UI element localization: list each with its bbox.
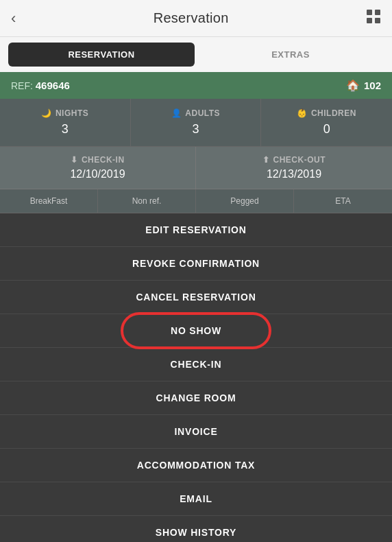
checkin-button[interactable]: CHECK-IN <box>0 348 392 381</box>
extras-row: BreakFast Non ref. Pegged ETA <box>0 189 392 213</box>
children-value: 0 <box>323 122 330 137</box>
invoice-button[interactable]: INVOICE <box>0 415 392 449</box>
pegged-label: Pegged <box>230 196 258 206</box>
checkout-date: 12/13/2019 <box>267 168 321 180</box>
info-grid: 🌙 NIGHTS 3 👤 ADULTS 3 👶 CHILDREN 0 <box>0 99 392 147</box>
children-icon: 👶 <box>297 108 308 118</box>
ref-prefix: REF: <box>11 80 36 91</box>
svg-rect-0 <box>367 10 372 15</box>
change-room-button[interactable]: CHANGE ROOM <box>0 381 392 415</box>
room-icon: 🏠 <box>346 79 360 92</box>
ref-badge: 🏠 102 <box>346 79 381 92</box>
checkin-label: ⬇ CHECK-IN <box>71 155 124 165</box>
back-button[interactable]: ‹ <box>11 10 16 27</box>
nonref-label: Non ref. <box>132 196 162 206</box>
no-show-button[interactable]: NO SHOW <box>0 314 392 348</box>
adults-value: 3 <box>192 122 199 137</box>
breakfast-label: BreakFast <box>30 196 68 206</box>
eta-label: ETA <box>335 196 350 206</box>
revoke-confirmation-button[interactable]: REVOKE CONFIRMATION <box>0 247 392 281</box>
children-label: 👶 CHILDREN <box>297 108 356 118</box>
checkout-label: ⬆ CHECK-OUT <box>262 155 326 165</box>
ref-number: 469646 <box>36 80 70 91</box>
accommodation-tax-button[interactable]: ACCOMMODATION TAX <box>0 449 392 482</box>
checkin-date: 12/10/2019 <box>70 168 125 180</box>
check-row: ⬇ CHECK-IN 12/10/2019 ⬆ CHECK-OUT 12/13/… <box>0 147 392 189</box>
nonref-cell: Non ref. <box>98 189 196 213</box>
moon-icon: 🌙 <box>41 108 52 118</box>
room-number: 102 <box>364 80 381 91</box>
email-button[interactable]: EMAIL <box>0 482 392 516</box>
show-history-button[interactable]: SHOW HISTORY <box>0 516 392 542</box>
svg-rect-2 <box>367 18 372 23</box>
tab-reservation[interactable]: RESERVATION <box>8 43 195 67</box>
ref-info: REF: 469646 <box>11 80 70 92</box>
nights-cell: 🌙 NIGHTS 3 <box>0 99 131 146</box>
svg-rect-1 <box>375 10 380 15</box>
checkout-icon: ⬆ <box>262 155 270 165</box>
header: ‹ Reservation <box>0 0 392 37</box>
ref-bar: REF: 469646 🏠 102 <box>0 72 392 99</box>
nights-value: 3 <box>62 122 69 137</box>
grid-icon[interactable] <box>366 9 381 27</box>
adults-icon: 👤 <box>171 108 182 118</box>
app-container: ‹ Reservation RESERVATION EXTRAS REF: 46… <box>0 0 392 542</box>
checkout-cell: ⬆ CHECK-OUT 12/13/2019 <box>196 147 392 189</box>
children-cell: 👶 CHILDREN 0 <box>261 99 392 146</box>
adults-cell: 👤 ADULTS 3 <box>131 99 262 146</box>
checkin-cell: ⬇ CHECK-IN 12/10/2019 <box>0 147 196 189</box>
page-title: Reservation <box>154 10 229 26</box>
adults-label: 👤 ADULTS <box>171 108 220 118</box>
tab-bar: RESERVATION EXTRAS <box>0 37 392 72</box>
nights-label: 🌙 NIGHTS <box>41 108 88 118</box>
svg-rect-3 <box>375 18 380 23</box>
tab-extras[interactable]: EXTRAS <box>197 43 384 67</box>
action-menu: EDIT RESERVATION REVOKE CONFIRMATION CAN… <box>0 213 392 542</box>
checkin-icon: ⬇ <box>71 155 78 165</box>
pegged-cell: Pegged <box>196 189 294 213</box>
cancel-reservation-button[interactable]: CANCEL RESERVATION <box>0 281 392 314</box>
edit-reservation-button[interactable]: EDIT RESERVATION <box>0 213 392 247</box>
breakfast-cell: BreakFast <box>0 189 98 213</box>
eta-cell: ETA <box>294 189 392 213</box>
